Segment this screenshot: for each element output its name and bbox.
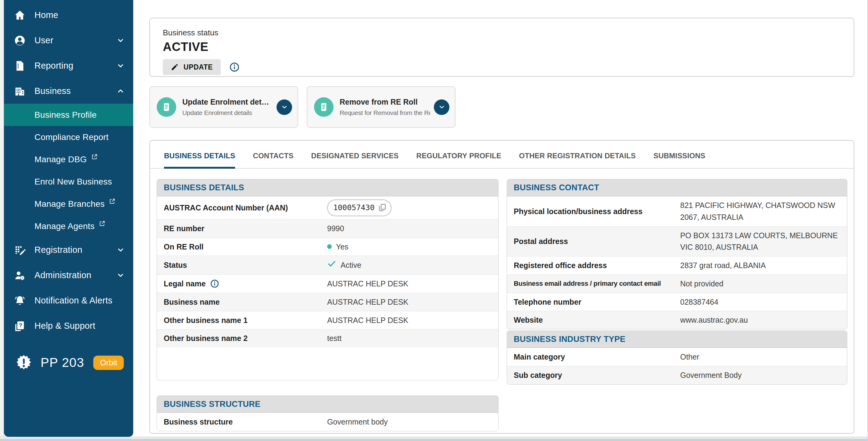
sidebar-item-notification-alerts[interactable]: Notification & Alerts bbox=[4, 288, 133, 313]
row-label: Registered office address bbox=[507, 257, 680, 273]
row-value: Not provided bbox=[680, 275, 847, 293]
action-card-title: Remove from RE Roll bbox=[340, 97, 430, 107]
row-value: testt bbox=[327, 329, 498, 347]
section-header: BUSINESS DETAILS bbox=[157, 179, 498, 197]
update-button[interactable]: UPDATE bbox=[163, 59, 221, 75]
row-label: Other business name 2 bbox=[157, 330, 327, 347]
row-label: Legal name bbox=[157, 276, 327, 292]
row-label: Business name bbox=[157, 294, 327, 310]
sidebar-item-label: Business Profile bbox=[34, 110, 97, 120]
sidebar-item-business[interactable]: Business bbox=[4, 78, 133, 104]
table-row: Other business name 2testt bbox=[157, 329, 498, 347]
chevron-down-icon bbox=[117, 62, 125, 70]
table-row: Registered office address2837 grat road,… bbox=[507, 257, 847, 275]
info-icon[interactable] bbox=[229, 62, 240, 72]
info-icon[interactable] bbox=[210, 279, 219, 288]
sidebar-item-label: Registration bbox=[34, 245, 82, 255]
sidebar-item-label: Compliance Report bbox=[34, 133, 108, 142]
sidebar-item-help-support[interactable]: ?Help & Support bbox=[4, 313, 133, 339]
business-details-panel: BUSINESS DETAILSAUSTRAC Account Number (… bbox=[157, 179, 498, 380]
row-value: AUSTRAC HELP DESK bbox=[327, 293, 498, 311]
sidebar-item-label: Enrol New Business bbox=[34, 177, 112, 187]
row-value: Active bbox=[327, 256, 498, 274]
table-row: Physical location/business address821 PA… bbox=[507, 197, 847, 227]
external-link-icon bbox=[109, 198, 116, 205]
tab-business-details[interactable]: BUSINESS DETAILS bbox=[164, 152, 235, 168]
row-label: Postal address bbox=[507, 233, 680, 249]
sidebar: HomeUserReportingBusinessBusiness Profil… bbox=[4, 0, 133, 437]
tab-designated-services[interactable]: DESIGNATED SERVICES bbox=[311, 152, 399, 168]
registration-icon bbox=[11, 244, 29, 256]
tab-other-registration-details[interactable]: OTHER REGISTRATION DETAILS bbox=[519, 152, 636, 168]
horizontal-scrollbar-thumb[interactable] bbox=[0, 439, 868, 441]
sidebar-item-home[interactable]: Home bbox=[4, 2, 133, 28]
table-row: Postal addressPO BOX 13173 LAW COURTS, M… bbox=[507, 227, 847, 257]
table-row: Other business name 1AUSTRAC HELP DESK bbox=[157, 312, 498, 330]
horizontal-scrollbar[interactable] bbox=[0, 437, 868, 441]
chevron-down-icon[interactable] bbox=[277, 99, 292, 115]
sidebar-item-label: Administration bbox=[34, 270, 91, 280]
action-card-update-enrolment-details[interactable]: Update Enrolment detailsUpdate Enrolment… bbox=[149, 86, 298, 128]
external-link-icon bbox=[91, 153, 98, 160]
sidebar-item-administration[interactable]: Administration bbox=[4, 263, 133, 288]
table-row: Websitewww.austrac.gov.au bbox=[507, 311, 847, 329]
environment-badge: Orbit bbox=[93, 356, 124, 370]
business-icon bbox=[11, 85, 29, 97]
action-card-subtitle: Request for Removal from the Reportin... bbox=[340, 109, 430, 117]
sidebar-item-business-profile[interactable]: Business Profile bbox=[4, 104, 133, 126]
version-badge-icon bbox=[15, 354, 33, 372]
table-row: RE number9990 bbox=[157, 219, 498, 238]
action-card-subtitle: Update Enrolment details bbox=[182, 109, 273, 117]
row-label: AUSTRAC Account Number (AAN) bbox=[157, 200, 327, 216]
tab-submissions[interactable]: SUBMISSIONS bbox=[653, 152, 705, 168]
row-value: Government Body bbox=[680, 366, 847, 384]
sidebar-item-label: Help & Support bbox=[34, 321, 95, 331]
chevron-down-icon[interactable] bbox=[434, 99, 450, 115]
aan-value: 100057430 bbox=[333, 202, 374, 214]
sidebar-item-label: Business bbox=[34, 86, 71, 96]
sidebar-item-label: Notification & Alerts bbox=[34, 296, 113, 305]
sidebar-item-manage-agents[interactable]: Manage Agents bbox=[4, 215, 133, 237]
update-button-label: UPDATE bbox=[184, 63, 213, 71]
document-icon bbox=[157, 97, 176, 117]
home-icon bbox=[11, 9, 29, 21]
sidebar-item-manage-branches[interactable]: Manage Branches bbox=[4, 193, 133, 215]
sidebar-item-compliance-report[interactable]: Compliance Report bbox=[4, 126, 133, 148]
sidebar-item-reporting[interactable]: Reporting bbox=[4, 53, 133, 78]
tab-regulatory-profile[interactable]: REGULATORY PROFILE bbox=[416, 152, 501, 168]
section-header: BUSINESS CONTACT bbox=[507, 179, 847, 197]
tabs: BUSINESS DETAILSCONTACTSDESIGNATED SERVI… bbox=[150, 141, 854, 169]
table-row: AUSTRAC Account Number (AAN)100057430 bbox=[157, 197, 498, 219]
action-cards: Update Enrolment detailsUpdate Enrolment… bbox=[149, 86, 456, 128]
row-label: Telephone number bbox=[507, 294, 680, 310]
action-card-text: Remove from RE RollRequest for Removal f… bbox=[340, 97, 430, 117]
sidebar-item-label: Reporting bbox=[34, 61, 73, 71]
row-value: 9990 bbox=[327, 219, 498, 238]
row-label: Business structure bbox=[157, 414, 327, 430]
notification-icon bbox=[11, 295, 29, 307]
chevron-down-icon bbox=[117, 271, 125, 280]
aan-pill: 100057430 bbox=[327, 200, 392, 216]
sidebar-item-registration[interactable]: Registration bbox=[4, 237, 133, 263]
row-value: Government body bbox=[327, 413, 498, 431]
row-value: Yes bbox=[327, 238, 498, 256]
sidebar-item-label: Manage Agents bbox=[34, 222, 94, 231]
sidebar-item-enrol-new-business[interactable]: Enrol New Business bbox=[4, 171, 133, 193]
row-label: RE number bbox=[157, 220, 327, 237]
row-value: AUSTRAC HELP DESK bbox=[327, 312, 498, 329]
sidebar-footer: PP 203 Orbit bbox=[15, 354, 124, 372]
window-left-gutter bbox=[0, 0, 4, 441]
chevron-down-icon bbox=[117, 246, 125, 254]
sidebar-item-label: User bbox=[34, 35, 53, 46]
sidebar-item-user[interactable]: User bbox=[4, 28, 133, 53]
sidebar-item-manage-dbg[interactable]: Manage DBG bbox=[4, 148, 133, 171]
user-icon bbox=[11, 34, 29, 47]
row-label: Other business name 1 bbox=[157, 312, 327, 328]
copy-button[interactable] bbox=[378, 203, 386, 212]
row-label: Website bbox=[507, 312, 680, 328]
row-label: Status bbox=[157, 257, 327, 273]
tab-contacts[interactable]: CONTACTS bbox=[253, 152, 293, 168]
action-card-remove-from-re-roll[interactable]: Remove from RE RollRequest for Removal f… bbox=[307, 86, 456, 128]
svg-text:?: ? bbox=[19, 322, 22, 328]
table-row: StatusActive bbox=[157, 256, 498, 275]
